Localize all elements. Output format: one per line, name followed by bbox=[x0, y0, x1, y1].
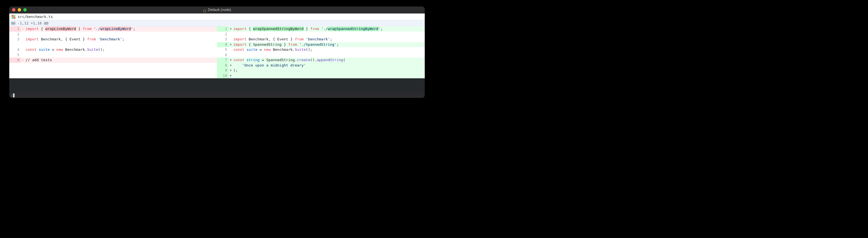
code bbox=[25, 53, 217, 58]
diff-marker bbox=[21, 37, 25, 42]
diff-line[interactable]: 5 const suite = new Benchmark.Suite(); bbox=[217, 47, 425, 53]
close-icon[interactable] bbox=[12, 8, 16, 11]
code: import Benchmark, { Event } from 'benchm… bbox=[25, 37, 217, 42]
diff-marker: + bbox=[229, 73, 233, 79]
diff-marker: + bbox=[229, 26, 233, 32]
line-number: 4 bbox=[9, 47, 21, 53]
diff-line[interactable]: 10+ bbox=[217, 73, 425, 79]
code: const string = SpannedString.create().ap… bbox=[233, 58, 425, 63]
diff-marker bbox=[229, 32, 233, 37]
diff-viewer[interactable]: src/benchmark.ts @@ -1,12 +1,16 @@ 1-imp… bbox=[9, 13, 425, 78]
svg-rect-4 bbox=[13, 17, 16, 19]
diff-marker: - bbox=[21, 58, 25, 63]
line-number: 10 bbox=[217, 73, 229, 79]
diff-empty-line bbox=[9, 68, 217, 73]
line-number: 6 bbox=[9, 58, 21, 63]
line-number: 4 bbox=[217, 42, 229, 48]
diff-columns: 1-import { wrapLineByWord } from './wrap… bbox=[9, 26, 425, 78]
line-number: 9 bbox=[217, 68, 229, 73]
svg-rect-1 bbox=[11, 15, 13, 17]
diff-line[interactable]: 1+import { wrapSpannedStringByWord } fro… bbox=[217, 26, 425, 32]
command-prompt: : bbox=[10, 93, 12, 98]
code: import { SpannedString } from './Spanned… bbox=[233, 42, 425, 48]
file-changed-icon bbox=[11, 15, 16, 19]
titlebar: Default (node) bbox=[9, 6, 425, 13]
line-number: 8 bbox=[217, 63, 229, 68]
code bbox=[233, 73, 425, 79]
diff-line[interactable]: 2 bbox=[217, 32, 425, 37]
code: ); bbox=[233, 68, 425, 73]
diff-line[interactable]: 4+import { SpannedString } from './Spann… bbox=[217, 42, 425, 48]
code bbox=[25, 32, 217, 37]
zoom-icon[interactable] bbox=[23, 8, 27, 11]
diff-marker: + bbox=[229, 63, 233, 68]
diff-line[interactable]: 3 import Benchmark, { Event } from 'benc… bbox=[9, 37, 217, 42]
code: const suite = new Benchmark.Suite(); bbox=[233, 47, 425, 53]
diff-line[interactable]: 7+const string = SpannedString.create().… bbox=[217, 58, 425, 63]
line-number: 5 bbox=[217, 47, 229, 53]
code: const suite = new Benchmark.Suite(); bbox=[25, 47, 217, 53]
line-number: 5 bbox=[9, 53, 21, 58]
diff-left-column: 1-import { wrapLineByWord } from './wrap… bbox=[9, 26, 217, 78]
diff-line[interactable]: 9+); bbox=[217, 68, 425, 73]
diff-line[interactable]: 4 const suite = new Benchmark.Suite(); bbox=[9, 47, 217, 53]
svg-marker-0 bbox=[203, 9, 206, 12]
diff-line[interactable]: 2 bbox=[9, 32, 217, 37]
svg-rect-2 bbox=[13, 15, 16, 17]
diff-marker bbox=[229, 37, 233, 42]
line-number: 6 bbox=[217, 53, 229, 58]
code: 'Once upon a midnight dreary' bbox=[233, 63, 425, 68]
diff-marker bbox=[21, 32, 25, 37]
code: import { wrapSpannedStringByWord } from … bbox=[233, 26, 425, 32]
diff-empty-line bbox=[9, 63, 217, 68]
line-number: 3 bbox=[217, 37, 229, 42]
svg-rect-3 bbox=[11, 17, 13, 19]
diff-line[interactable]: 1-import { wrapLineByWord } from './wrap… bbox=[9, 26, 217, 32]
file-header: src/benchmark.ts bbox=[9, 13, 425, 20]
window-title: Default (node) bbox=[208, 6, 231, 13]
line-number: 1 bbox=[217, 26, 229, 32]
diff-empty-line bbox=[9, 73, 217, 79]
text-cursor-icon bbox=[13, 93, 14, 97]
diff-marker: - bbox=[21, 26, 25, 32]
diff-line[interactable]: 8+ 'Once upon a midnight dreary' bbox=[217, 63, 425, 68]
diff-marker bbox=[21, 47, 25, 53]
code: import Benchmark, { Event } from 'benchm… bbox=[233, 37, 425, 42]
diff-line[interactable]: 3 import Benchmark, { Event } from 'benc… bbox=[217, 37, 425, 42]
diff-line[interactable]: 6 bbox=[217, 53, 425, 58]
code bbox=[233, 53, 425, 58]
window-controls bbox=[12, 8, 27, 11]
line-number: 1 bbox=[9, 26, 21, 32]
file-path: src/benchmark.ts bbox=[18, 14, 53, 19]
diff-marker: + bbox=[229, 42, 233, 48]
diff-marker bbox=[229, 47, 233, 53]
line-number: 2 bbox=[217, 32, 229, 37]
diff-right-column: 1+import { wrapSpannedStringByWord } fro… bbox=[217, 26, 425, 78]
terminal-window: Default (node) src/benchmark.ts @@ -1,12… bbox=[9, 6, 425, 98]
diff-empty-line bbox=[9, 42, 217, 48]
diff-marker: + bbox=[229, 68, 233, 73]
code: // add tests bbox=[25, 58, 217, 63]
diff-marker bbox=[229, 53, 233, 58]
minimize-icon[interactable] bbox=[18, 8, 21, 11]
line-number: 2 bbox=[9, 32, 21, 37]
diff-line[interactable]: 6-// add tests bbox=[9, 58, 217, 63]
node-icon bbox=[203, 8, 206, 11]
code: import { wrapLineByWord } from './wrapLi… bbox=[25, 26, 217, 32]
code bbox=[233, 32, 425, 37]
command-bar[interactable]: : bbox=[9, 93, 425, 98]
hunk-header: @@ -1,12 +1,16 @@ bbox=[9, 20, 425, 26]
line-number: 7 bbox=[217, 58, 229, 63]
diff-line[interactable]: 5 bbox=[9, 53, 217, 58]
diff-marker bbox=[21, 53, 25, 58]
diff-marker: + bbox=[229, 58, 233, 63]
line-number: 3 bbox=[9, 37, 21, 42]
